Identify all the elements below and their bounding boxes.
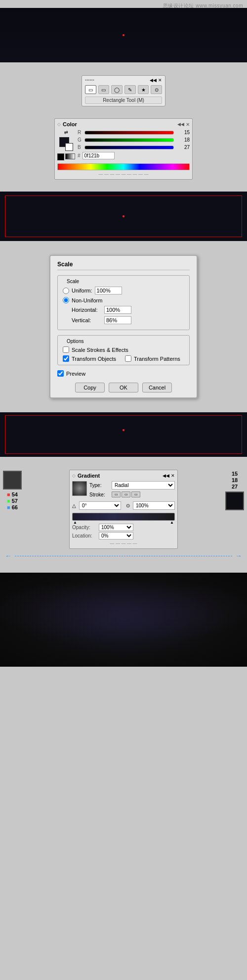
gradient-arrows[interactable]: ◀◀ (163, 473, 169, 478)
hex-input[interactable] (82, 152, 115, 159)
non-uniform-radio[interactable] (63, 297, 69, 303)
right-color-info: 15 18 27 (225, 471, 244, 510)
g-slider-row: G 18 (78, 137, 190, 143)
bg-swatch[interactable] (65, 143, 73, 151)
gradient-top-row: Type: Radial Linear Stroke: ▭ ▭ ▭ (72, 481, 175, 499)
tool-label: Rectangle Tool (M) (85, 97, 162, 104)
tool-panel-close[interactable]: ✕ (158, 78, 162, 83)
canvas-area-5 (0, 573, 247, 667)
blue-arrow-left: ← (5, 552, 12, 560)
g-slider[interactable] (84, 138, 174, 142)
vertical-input[interactable] (104, 316, 131, 324)
gradient-close[interactable]: ✕ (171, 473, 175, 478)
color-panel: ◇ Color ◀◀ ✕ ⇄ (54, 118, 193, 180)
canvas-dot-2 (123, 215, 124, 217)
location-select[interactable]: 0% (99, 532, 133, 539)
black-swatch[interactable] (57, 153, 64, 160)
b-slider[interactable] (84, 146, 174, 149)
type-row: Type: Radial Linear (89, 481, 175, 490)
blue-arrow-row: ← → (0, 552, 247, 560)
dialog-buttons: Copy OK Cancel (57, 383, 190, 392)
left-b-val: ■ 66 (7, 504, 18, 510)
cancel-button[interactable]: Cancel (142, 383, 172, 392)
gradient-bar[interactable] (72, 513, 175, 521)
horizontal-row: Horizontal: (72, 306, 184, 314)
canvas-area-3 (0, 412, 247, 457)
tool-rect[interactable]: ▭ (85, 85, 96, 94)
uniform-label: Uniform: (72, 288, 92, 294)
stroke-icon-3[interactable]: ▭ (131, 491, 140, 497)
guide-left-3 (5, 415, 5, 454)
options-legend: Options (65, 339, 184, 344)
sliders-col: R 15 G 18 B 27 # (78, 130, 190, 160)
right-swatch (225, 491, 244, 510)
stroke-label: Stroke: (89, 492, 109, 497)
gradient-drag: ◇ (72, 473, 76, 478)
gradient-panel-wrapper: ◇ Gradient ◀◀ ✕ Type: Radial (0, 470, 247, 549)
tool-pen[interactable]: ✎ (124, 85, 136, 94)
angle-row: △ 0° 45° 90° ⊙ 100% 50% (72, 501, 175, 510)
tool-panel-collapse[interactable]: ◀◀ (150, 78, 157, 83)
dotted-line (15, 556, 232, 556)
transform-row: Transform Objects Transform Patterns (63, 355, 184, 362)
guide-top-3 (5, 415, 242, 416)
opacity-location: Opacity: 100% Location: 0% (72, 524, 175, 539)
tool-panel: •••••• ◀◀ ✕ ▭ ▭ ◯ ✎ ★ ⊙ Rectangle Tool (… (82, 75, 165, 106)
color-panel-arrows[interactable]: ◀◀ (177, 122, 184, 127)
transform-patterns-row: Transform Patterns (125, 355, 180, 362)
uniform-radio-row: Uniform: (63, 287, 184, 294)
swap-colors-btn[interactable]: ⇄ (64, 130, 68, 135)
uniform-input[interactable] (95, 287, 122, 294)
tool-star[interactable]: ★ (138, 85, 149, 94)
color-panel-close[interactable]: ✕ (186, 122, 190, 127)
gradient-bottom-bar: — — — — — (72, 541, 175, 546)
scale-legend: Scale (65, 279, 184, 284)
guide-bottom (5, 237, 242, 237)
tool-rounded-rect[interactable]: ▭ (98, 85, 110, 94)
b-label: B (78, 145, 82, 150)
opacity-label: Opacity: (72, 525, 97, 530)
left-r-number: 54 (12, 491, 18, 497)
right-g-val: 18 (232, 477, 238, 483)
stroke-icon-2[interactable]: ▭ (122, 491, 130, 497)
horizontal-input[interactable] (104, 306, 131, 314)
left-b-number: 66 (12, 504, 18, 510)
scale-strokes-row: Scale Strokes & Effects (63, 346, 184, 353)
angle-select[interactable]: 0° 45° 90° (79, 501, 121, 510)
left-g-val: ■ 57 (7, 498, 18, 504)
fg-bg-swatch[interactable] (59, 137, 73, 151)
color-panel-title: Color (63, 121, 77, 127)
stroke-icon-1[interactable]: ▭ (112, 491, 121, 497)
canvas-area-1 (0, 8, 247, 62)
r-slider[interactable] (84, 131, 174, 135)
guide-top (5, 196, 242, 196)
tool-lens[interactable]: ⊙ (151, 85, 162, 94)
canvas-area-2 (0, 192, 247, 241)
scale-strokes-check[interactable] (63, 346, 69, 353)
gradient-section: ■ 54 ■ 57 ■ 66 15 18 27 (0, 466, 247, 564)
gradient-stop-left[interactable]: ▲ (73, 520, 77, 525)
tool-panel-drag: •••••• (85, 78, 94, 83)
scale-dialog-title: Scale (57, 261, 190, 270)
scale-select[interactable]: 100% 50% (133, 501, 175, 510)
uniform-radio[interactable] (63, 288, 69, 294)
gradient-icon[interactable] (65, 153, 75, 159)
panel-bottom-bar: — — — — — — — — — (57, 172, 190, 177)
color-spectrum[interactable] (57, 163, 190, 170)
preview-check[interactable] (57, 370, 64, 377)
type-select[interactable]: Radial Linear (112, 481, 175, 490)
g-value: 18 (176, 137, 190, 143)
tool-ellipse[interactable]: ◯ (111, 85, 123, 94)
r-label: R (78, 130, 82, 135)
gradient-stop-right[interactable]: ▲ (170, 520, 174, 525)
g-label: G (78, 137, 82, 143)
color-swatches: ⇄ (57, 130, 75, 160)
transform-objects-check[interactable] (63, 355, 69, 362)
opacity-select[interactable]: 100% (99, 524, 133, 531)
ok-button[interactable]: OK (109, 383, 138, 392)
copy-button[interactable]: Copy (75, 383, 105, 392)
left-values: ■ 54 ■ 57 ■ 66 (7, 491, 18, 510)
scale-group: Scale Uniform: Non-Uniform Horizontal: V… (57, 275, 190, 330)
transform-patterns-check[interactable] (125, 355, 131, 362)
canvas-dot-3 (123, 429, 124, 431)
